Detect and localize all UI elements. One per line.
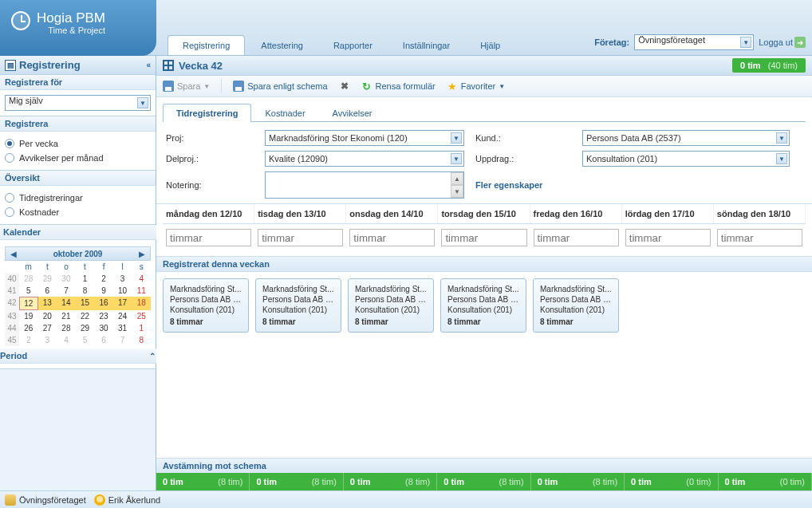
cal-day[interactable]: 3 (113, 273, 132, 285)
disk-schema-icon (233, 81, 244, 92)
save-schema-button[interactable]: Spara enligt schema (233, 81, 327, 92)
cal-day[interactable]: 7 (57, 285, 76, 297)
cal-day[interactable]: 22 (76, 310, 95, 322)
delproj-select[interactable]: Kvalite (12090)▼ (265, 151, 464, 167)
cal-day[interactable]: 6 (38, 285, 57, 297)
hours-input[interactable] (441, 229, 526, 246)
uppdrag-select[interactable]: Konsultation (201)▼ (582, 151, 790, 167)
cal-day[interactable]: 2 (19, 334, 38, 346)
company-select[interactable]: Övningsföretaget ▼ (634, 34, 754, 50)
cal-day[interactable]: 10 (113, 285, 132, 297)
cal-day[interactable]: 25 (132, 310, 151, 322)
proj-select[interactable]: Marknadsföring Stor Ekonomi (120)▼ (265, 130, 464, 146)
save-button[interactable]: Spara ▼ (163, 81, 210, 92)
cal-day[interactable]: 26 (19, 322, 38, 334)
app-header: Hogia PBM Time & Project Registrering At… (0, 0, 812, 56)
cal-day[interactable]: 5 (19, 285, 38, 297)
cal-day[interactable]: 20 (38, 310, 57, 322)
cal-day[interactable]: 8 (76, 285, 95, 297)
main-tabs: Registrering Attestering Rapporter Instä… (168, 35, 514, 55)
save-schema-label: Spara enligt schema (247, 81, 327, 91)
collapse-icon[interactable]: « (146, 61, 151, 69)
radio-label: Per vecka (19, 139, 58, 148)
cal-day[interactable]: 19 (19, 310, 38, 322)
cal-day[interactable]: 28 (57, 322, 76, 334)
cal-day[interactable]: 13 (38, 297, 57, 310)
cal-day[interactable]: 1 (132, 322, 151, 334)
radio-per-vecka[interactable]: Per vecka (5, 136, 151, 151)
cal-day[interactable]: 5 (76, 334, 95, 346)
cal-day[interactable]: 2 (94, 273, 113, 285)
cal-day[interactable]: 28 (19, 273, 38, 285)
logout-link[interactable]: Logga ut ➜ (759, 37, 806, 48)
subtab-tidregistrering[interactable]: Tidregistrering (163, 104, 251, 122)
expand-icon[interactable]: ⌃ (149, 352, 156, 360)
days-header: måndag den 12/10tisdag den 13/10onsdag d… (163, 204, 806, 224)
cal-day[interactable]: 21 (57, 310, 76, 322)
user-icon (94, 494, 105, 506)
tab-rapporter[interactable]: Rapporter (319, 36, 387, 55)
scrollbar[interactable]: ▲▼ (451, 172, 463, 198)
hours-input[interactable] (717, 229, 802, 246)
tab-attestering[interactable]: Attestering (246, 36, 317, 55)
status-user: Erik Åkerlund (94, 494, 160, 506)
cal-day[interactable]: 29 (38, 273, 57, 285)
cal-day[interactable]: 30 (94, 322, 113, 334)
cal-day[interactable]: 11 (132, 285, 151, 297)
register-for-select[interactable]: Mig själv ▼ (5, 95, 151, 111)
subtab-kostnader[interactable]: Kostnader (251, 104, 318, 122)
cal-day[interactable]: 12 (19, 297, 38, 310)
tab-installningar[interactable]: Inställningar (388, 36, 464, 55)
cal-day[interactable]: 14 (57, 297, 76, 310)
favorites-button[interactable]: ★ Favoriter ▼ (447, 81, 505, 92)
cal-day[interactable]: 1 (76, 273, 95, 285)
cal-day[interactable]: 8 (132, 334, 151, 346)
cal-day[interactable]: 3 (38, 334, 57, 346)
tab-registrering[interactable]: Registrering (168, 35, 245, 55)
radio-tidregistreringar[interactable]: Tidregistreringar (5, 191, 151, 205)
delete-button[interactable]: ✖ (339, 81, 350, 92)
cal-day[interactable]: 16 (94, 297, 113, 310)
hours-input[interactable] (625, 229, 711, 246)
summary-badge: 0 tim (40 tim) (732, 58, 806, 73)
radio-avvikelser[interactable]: Avvikelser per månad (5, 151, 151, 165)
kund-select[interactable]: Persons Data AB (2537)▼ (582, 130, 790, 146)
cal-next-icon[interactable]: ▶ (137, 249, 147, 258)
cal-day[interactable]: 23 (94, 310, 113, 322)
tab-hjalp[interactable]: Hjälp (466, 36, 514, 55)
cal-day[interactable]: 15 (76, 297, 95, 310)
registered-card[interactable]: Marknadsföring St...Persons Data AB (2..… (348, 278, 434, 333)
registered-card[interactable]: Marknadsföring St...Persons Data AB (2..… (440, 278, 526, 333)
cal-prev-icon[interactable]: ◀ (9, 249, 18, 258)
registered-card[interactable]: Marknadsföring St...Persons Data AB (2..… (533, 278, 619, 333)
cal-day[interactable]: 4 (57, 334, 76, 346)
cal-day[interactable]: 4 (132, 273, 151, 285)
cal-day[interactable]: 18 (132, 297, 151, 310)
hours-input[interactable] (166, 229, 251, 246)
hours-input[interactable] (534, 229, 619, 246)
summary-paren: (40 tim) (768, 61, 798, 70)
notering-textarea[interactable]: ▲▼ (265, 171, 464, 199)
cal-day[interactable]: 29 (76, 322, 95, 334)
radio-kostnader[interactable]: Kostnader (5, 205, 151, 219)
clear-button[interactable]: ↻ Rensa formulär (361, 81, 436, 92)
chevron-down-icon: ▼ (776, 132, 787, 144)
subtab-avvikelser[interactable]: Avvikelser (319, 104, 386, 122)
cal-day[interactable]: 27 (38, 322, 57, 334)
more-properties-link[interactable]: Fler egenskaper (475, 180, 571, 190)
cal-day[interactable]: 9 (94, 285, 113, 297)
cal-day[interactable]: 17 (113, 297, 132, 310)
hours-input[interactable] (258, 229, 343, 246)
period-title[interactable]: Period ⌃ (0, 349, 160, 364)
cal-day[interactable]: 7 (113, 334, 132, 346)
cal-day[interactable]: 6 (94, 334, 113, 346)
registered-card[interactable]: Marknadsföring St...Persons Data AB (2..… (163, 278, 249, 333)
cal-day[interactable]: 30 (57, 273, 76, 285)
delproj-label: Delproj.: (166, 154, 254, 163)
header-right: Företag: Övningsföretaget ▼ Logga ut ➜ (594, 34, 806, 50)
hours-input[interactable] (349, 229, 435, 246)
registered-card[interactable]: Marknadsföring St...Persons Data AB (2..… (255, 278, 341, 333)
chevron-down-icon: ▼ (137, 97, 148, 108)
cal-day[interactable]: 24 (113, 310, 132, 322)
cal-day[interactable]: 31 (113, 322, 132, 334)
